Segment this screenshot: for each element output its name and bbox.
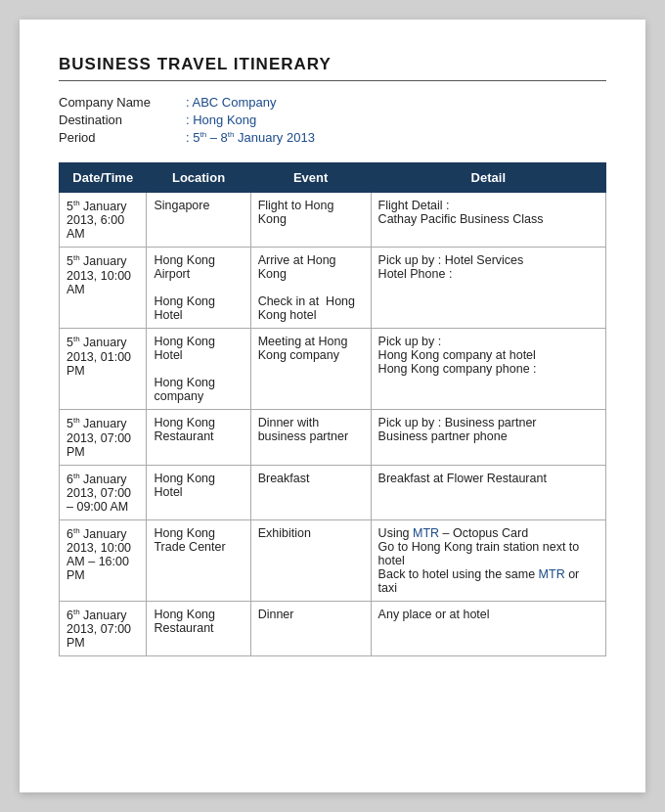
cell-datetime: 6th January 2013, 07:00 PM: [60, 601, 147, 655]
cell-datetime: 5th January 2013, 01:00 PM: [60, 329, 147, 410]
cell-event: Dinner with business partner: [250, 410, 371, 465]
cell-location: Hong Kong Restaurant: [147, 410, 250, 465]
header-location: Location: [147, 163, 250, 193]
meta-company-value: : ABC Company: [186, 95, 277, 110]
cell-location: Hong Kong HotelHong Kong company: [147, 329, 250, 410]
header-datetime: Date/Time: [60, 163, 147, 193]
cell-event: Breakfast: [250, 465, 371, 519]
mtr-text2: MTR: [539, 567, 565, 581]
cell-location: Hong Kong Trade Center: [147, 519, 250, 601]
cell-datetime: 6th January 2013, 07:00 – 09:00 AM: [60, 465, 147, 519]
meta-section: Company Name : ABC Company Destination :…: [59, 95, 606, 145]
cell-datetime: 5th January 2013, 6:00 AM: [60, 193, 147, 248]
cell-datetime: 5th January 2013, 10:00 AM: [60, 248, 147, 329]
title-divider: [59, 80, 606, 81]
meta-destination-value: : Hong Kong: [186, 113, 256, 127]
meta-period-label: Period: [59, 130, 186, 145]
table-row: 5th January 2013, 01:00 PM Hong Kong Hot…: [60, 329, 606, 410]
mtr-text: MTR: [413, 526, 439, 540]
cell-event: Exhibition: [250, 519, 371, 601]
cell-detail: Pick up by : Business partnerBusiness pa…: [371, 410, 605, 465]
cell-location: Hong Kong Hotel: [147, 465, 250, 519]
meta-destination-label: Destination: [59, 113, 186, 127]
cell-location: Hong Kong Restaurant: [147, 601, 250, 655]
itinerary-table: Date/Time Location Event Detail 5th Janu…: [59, 162, 606, 656]
header-event: Event: [250, 163, 371, 193]
cell-datetime: 6th January 2013, 10:00 AM – 16:00 PM: [60, 519, 147, 601]
cell-detail: Using MTR – Octopus CardGo to Hong Kong …: [371, 519, 605, 601]
meta-company: Company Name : ABC Company: [59, 95, 606, 110]
cell-location: Singapore: [147, 193, 250, 248]
cell-event: Arrive at Hong KongCheck in at Hong Kong…: [250, 248, 371, 329]
table-row: 5th January 2013, 07:00 PM Hong Kong Res…: [60, 410, 606, 465]
cell-detail: Pick up by : Hotel ServicesHotel Phone :: [371, 248, 605, 329]
meta-destination: Destination : Hong Kong: [59, 113, 606, 127]
table-header-row: Date/Time Location Event Detail: [60, 163, 606, 193]
table-row: 5th January 2013, 10:00 AM Hong Kong Air…: [60, 248, 606, 329]
cell-detail: Pick up by :Hong Kong company at hotelHo…: [371, 329, 605, 410]
header-detail: Detail: [371, 163, 605, 193]
cell-event: Dinner: [250, 601, 371, 655]
meta-period: Period : 5th – 8th January 2013: [59, 130, 606, 145]
cell-detail: Any place or at hotel: [371, 601, 605, 655]
table-row: 5th January 2013, 6:00 AM Singapore Flig…: [60, 193, 606, 248]
cell-event: Flight to Hong Kong: [250, 193, 371, 248]
cell-detail: Breakfast at Flower Restaurant: [371, 465, 605, 519]
page: BUSINESS TRAVEL ITINERARY Company Name :…: [20, 20, 645, 792]
meta-company-label: Company Name: [59, 95, 186, 110]
cell-detail: Flight Detail :Cathay Pacific Business C…: [371, 193, 605, 248]
cell-datetime: 5th January 2013, 07:00 PM: [60, 410, 147, 465]
page-title: BUSINESS TRAVEL ITINERARY: [59, 55, 606, 74]
meta-period-value: : 5th – 8th January 2013: [186, 130, 315, 145]
table-row: 6th January 2013, 07:00 PM Hong Kong Res…: [60, 601, 606, 655]
cell-event: Meeting at Hong Kong company: [250, 329, 371, 410]
cell-location: Hong Kong AirportHong Kong Hotel: [147, 248, 250, 329]
table-row: 6th January 2013, 07:00 – 09:00 AM Hong …: [60, 465, 606, 519]
table-row: 6th January 2013, 10:00 AM – 16:00 PM Ho…: [60, 519, 606, 601]
